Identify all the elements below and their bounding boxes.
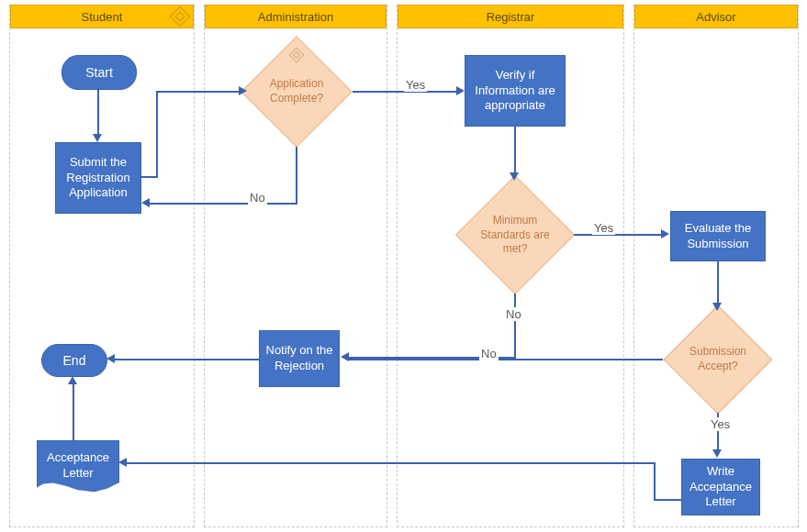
lane-header-registrar: Registrar — [398, 5, 623, 28]
lane-title: Registrar — [487, 10, 535, 24]
minimum-standards-label: Minimum Standards are met? — [469, 214, 561, 257]
edge-submit-appcomplete-b — [156, 91, 158, 178]
arrow-accept-end — [68, 376, 77, 384]
lane-title: Advisor — [696, 10, 735, 24]
edge-appcomplete-no-a — [296, 147, 297, 205]
arrow-appcomplete-verify — [456, 86, 465, 95]
label-no-1: No — [248, 191, 267, 205]
arrow-evaluate-subaccept — [712, 303, 722, 311]
minimum-standards-decision: Minimum Standards are met? — [473, 193, 557, 277]
arrow-notify-end — [106, 354, 115, 363]
arrow-write-accept — [118, 458, 127, 467]
verify-node: Verify if Information are appropriate — [465, 55, 566, 127]
lane-header-administration: Administration — [205, 5, 387, 28]
label-yes-2: Yes — [592, 221, 615, 235]
application-complete-label: Application Complete? — [251, 77, 342, 105]
notify-rejection-node: Notify on the Rejection — [259, 330, 340, 387]
arrow-submit-appcomplete — [239, 86, 247, 95]
arrow-minstd-evaluate — [661, 229, 669, 238]
lane-header-student: Student — [10, 5, 194, 28]
submit-node: Submit the Registration Application — [55, 142, 141, 214]
arrow-verify-minstd — [510, 172, 519, 181]
write-acceptance-label: Write Acceptance Letter — [686, 464, 756, 511]
edge-write-accept-c — [127, 462, 656, 464]
edge-write-accept-a — [654, 499, 681, 501]
edge-submit-appcomplete-c — [156, 91, 241, 93]
lane-title: Student — [82, 10, 123, 24]
write-acceptance-node: Write Acceptance Letter — [681, 459, 760, 515]
edge-evaluate-subaccept — [717, 261, 719, 305]
label-yes-1: Yes — [404, 78, 427, 92]
lane-header-advisor: Advisor — [634, 5, 798, 28]
edge-notify-end — [115, 359, 259, 360]
submission-accept-decision: Submission Accept? — [679, 321, 757, 398]
label-no-2: No — [504, 307, 523, 321]
edge-write-accept-b — [654, 463, 656, 500]
notify-rejection-label: Notify on the Rejection — [263, 343, 335, 374]
end-node: End — [41, 344, 107, 377]
arrow-minstd-no — [341, 352, 349, 361]
arrow-appcomplete-no — [141, 198, 150, 207]
evaluate-node: Evaluate the Submission — [670, 211, 766, 261]
application-complete-decision: Application Complete? — [257, 52, 336, 131]
start-label: Start — [85, 65, 113, 80]
edge-minstd-evaluate — [574, 234, 662, 236]
edge-appcomplete-no-b — [150, 203, 297, 205]
edge-minstd-no-a — [514, 294, 516, 358]
lane-icon — [170, 6, 191, 28]
edge-accept-end — [73, 384, 74, 440]
lane-title: Administration — [258, 10, 333, 24]
label-no-3: No — [479, 347, 499, 360]
verify-label: Verify if Information are appropriate — [469, 68, 561, 115]
arrow-subaccept-yes — [712, 449, 722, 458]
submit-label: Submit the Registration Application — [60, 155, 137, 202]
submission-accept-label: Submission Accept? — [672, 345, 764, 373]
edge-subaccept-no — [349, 359, 663, 360]
edge-verify-minstd — [514, 127, 516, 174]
evaluate-label: Evaluate the Submission — [675, 221, 761, 252]
label-yes-3: Yes — [709, 417, 732, 431]
acceptance-letter-label: Acceptance Letter — [38, 450, 118, 482]
end-label: End — [63, 353, 86, 368]
start-node: Start — [62, 55, 137, 90]
arrow-start-submit — [93, 134, 102, 142]
edge-start-submit — [97, 88, 99, 134]
